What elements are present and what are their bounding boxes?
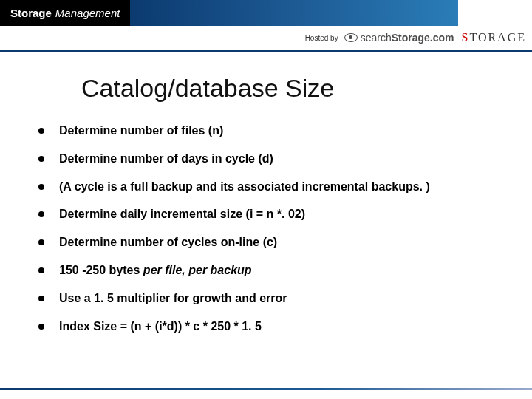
bullet-item: 150 -250 bytes per file, per backup <box>30 263 502 279</box>
slide-content: Catalog/database Size Determine number o… <box>0 52 532 334</box>
searchstorage-text: searchStorage.com <box>361 32 454 44</box>
brand-management-text: Management <box>55 7 120 19</box>
storage-logo-s: S <box>462 31 470 44</box>
bullet-icon <box>38 267 44 273</box>
storage-logo-rest: TORAGE <box>469 31 526 44</box>
bullet-icon <box>38 156 44 162</box>
bullet-list: Determine number of files (n) Determine … <box>30 123 502 334</box>
bullet-icon <box>38 211 44 217</box>
header-gradient <box>130 0 458 26</box>
bullet-item: (A cycle is a full backup and its associ… <box>30 180 502 195</box>
bullet-5-part1: 150 -250 bytes <box>59 264 143 276</box>
sub-header-bar: Hosted by searchStorage.com STORAGE <box>0 26 532 52</box>
bullet-text: (A cycle is a full backup and its associ… <box>59 180 502 195</box>
header-right-spacer <box>458 0 532 26</box>
bullet-text: Determine number of files (n) <box>59 123 502 139</box>
slide-title: Catalog/database Size <box>81 74 502 103</box>
bullet-icon <box>38 296 44 301</box>
bullet-icon <box>38 184 44 190</box>
bullet-text: Determine number of days in cycle (d) <box>59 151 502 167</box>
footer-divider <box>0 388 532 390</box>
eye-icon <box>344 33 358 42</box>
bullet-item: Determine number of cycles on-line (c) <box>30 235 502 250</box>
bullet-icon <box>38 239 44 245</box>
bullet-text: Index Size = (n + (i*d)) * c * 250 * 1. … <box>59 319 502 335</box>
bullet-item: Determine number of days in cycle (d) <box>30 151 502 167</box>
hosted-by-label: Hosted by <box>305 34 338 42</box>
bullet-icon <box>38 324 44 330</box>
brand-logo: Storage Management <box>0 0 130 26</box>
search-prefix: search <box>361 32 392 44</box>
brand-storage-text: Storage <box>10 7 52 19</box>
bullet-item: Use a 1. 5 multiplier for growth and err… <box>30 291 502 307</box>
bullet-icon <box>38 128 44 134</box>
bullet-5-italic: per file, per backup <box>143 264 252 276</box>
storage-magazine-logo: STORAGE <box>462 31 527 44</box>
slide-header: Storage Management Hosted by searchStora… <box>0 0 532 52</box>
search-suffix: Storage.com <box>392 32 454 44</box>
bullet-item: Index Size = (n + (i*d)) * c * 250 * 1. … <box>30 319 502 335</box>
bullet-text: Use a 1. 5 multiplier for growth and err… <box>59 291 502 307</box>
bullet-item: Determine daily incremental size (i = n … <box>30 207 502 222</box>
searchstorage-logo: searchStorage.com <box>344 32 454 44</box>
bullet-item: Determine number of files (n) <box>30 123 502 139</box>
bullet-text: Determine number of cycles on-line (c) <box>59 235 502 250</box>
bullet-text: 150 -250 bytes per file, per backup <box>59 263 502 279</box>
top-bar: Storage Management <box>0 0 532 26</box>
bullet-text: Determine daily incremental size (i = n … <box>59 207 502 222</box>
